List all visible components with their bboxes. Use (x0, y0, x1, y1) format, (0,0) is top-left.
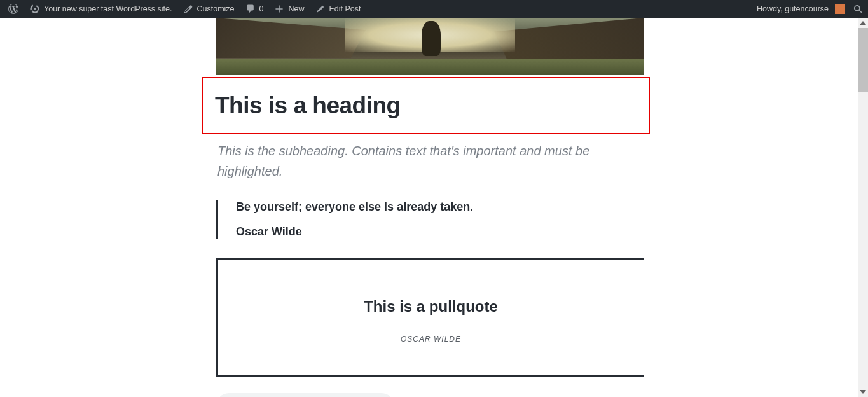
chevron-up-icon (860, 20, 866, 26)
post-subheading: This is the subheading. Contains text th… (216, 141, 644, 181)
content-area: This is a heading This is the subheading… (216, 18, 644, 397)
chevron-down-icon (860, 389, 866, 395)
new-text: New (288, 4, 304, 13)
blockquote-author: Oscar Wilde (236, 225, 644, 239)
dashboard-icon (29, 3, 41, 15)
audio-player: 0:00 / 3:18 (216, 393, 394, 397)
blockquote: Be yourself; everyone else is already ta… (216, 200, 644, 239)
customize-text: Customize (196, 4, 234, 13)
wp-logo[interactable] (3, 0, 24, 18)
comments-count: 0 (259, 4, 264, 13)
site-name-text: Your new super fast WordPress site. (44, 4, 172, 13)
pullquote: This is a pullquote OSCAR WILDE (216, 258, 644, 377)
site-name-link[interactable]: Your new super fast WordPress site. (24, 0, 177, 18)
blockquote-text: Be yourself; everyone else is already ta… (236, 200, 644, 214)
howdy-text: Howdy, gutencourse (757, 4, 829, 13)
heading-highlight-box: This is a heading (202, 77, 650, 134)
scroll-down-button[interactable] (858, 387, 868, 397)
pullquote-author: OSCAR WILDE (237, 335, 624, 344)
comments-icon (245, 3, 256, 15)
wordpress-icon (8, 3, 19, 15)
comments-link[interactable]: 0 (240, 0, 269, 18)
edit-post-link[interactable]: Edit Post (310, 0, 366, 18)
customize-icon (182, 3, 193, 15)
search-icon (852, 3, 864, 15)
admin-bar-right: Howdy, gutencourse (752, 0, 865, 18)
hero-image (216, 18, 644, 75)
edit-post-text: Edit Post (329, 4, 361, 13)
wp-admin-bar: Your new super fast WordPress site. Cust… (0, 0, 868, 18)
vertical-scrollbar[interactable] (858, 18, 868, 397)
customize-link[interactable]: Customize (177, 0, 239, 18)
post-heading: This is a heading (215, 92, 637, 119)
new-link[interactable]: New (268, 0, 309, 18)
search-button[interactable] (850, 1, 865, 17)
plus-icon (273, 3, 285, 15)
admin-bar-left: Your new super fast WordPress site. Cust… (3, 0, 366, 18)
pullquote-text: This is a pullquote (237, 298, 624, 316)
avatar (835, 4, 845, 14)
edit-icon (315, 3, 326, 15)
scroll-up-button[interactable] (858, 18, 868, 28)
scroll-thumb[interactable] (858, 28, 868, 92)
user-menu[interactable]: Howdy, gutencourse (752, 0, 850, 18)
